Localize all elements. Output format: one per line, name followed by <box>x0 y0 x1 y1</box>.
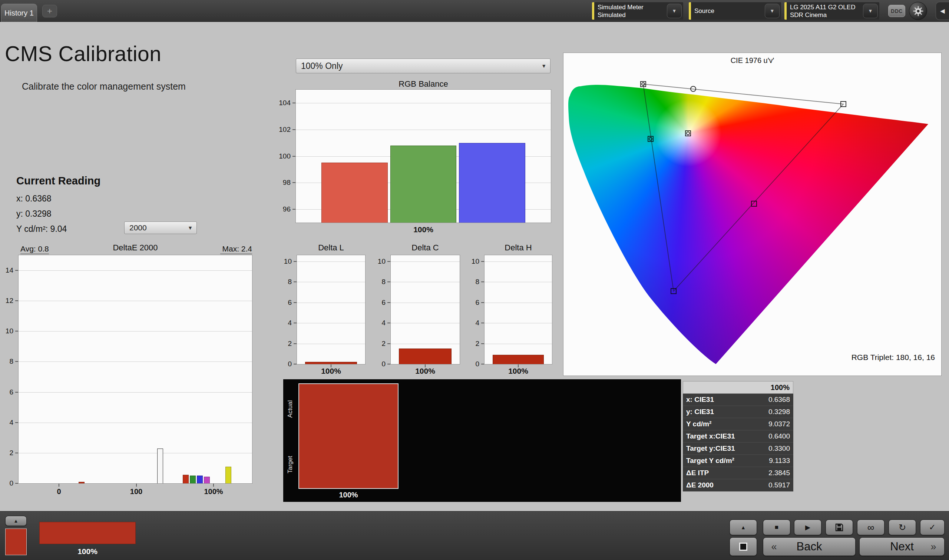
patch-x-label: 100% <box>298 491 398 499</box>
y-axis-tick: 8 <box>288 278 297 286</box>
y-tick-label: 6 <box>381 298 386 307</box>
stop-button[interactable]: ■ <box>763 520 790 535</box>
meter-dropdown-arrow[interactable]: ▼ <box>667 4 682 18</box>
gamut-overlay <box>567 69 938 372</box>
accept-button[interactable]: ✓ <box>920 520 944 535</box>
table-row: Target y:CIE310.3300 <box>683 443 793 455</box>
y-axis-tick: 14 <box>6 266 19 274</box>
y-tick-mark <box>15 422 18 423</box>
meter-dropdown[interactable]: Simulated Meter Simulated ▼ <box>592 2 683 20</box>
rgb-balance-chart: 9698100102104 <box>295 89 551 223</box>
y-axis-tick: 0 <box>475 360 485 368</box>
delta-l-x-label: 100% <box>296 367 366 375</box>
y-axis-tick: 6 <box>288 298 297 307</box>
double-chevron-left-icon: « <box>769 541 779 552</box>
gridline <box>485 282 552 282</box>
page-title: CMS Calibration <box>5 42 161 66</box>
table-row: Target x:CIE310.6400 <box>683 430 793 443</box>
y-axis-tick: 102 <box>279 126 296 134</box>
ddc-button[interactable]: DDC <box>888 5 905 17</box>
y-tick-mark <box>481 364 484 365</box>
row-label: ΔE 2000 <box>686 481 714 489</box>
chevron-down-icon: ▼ <box>770 8 775 14</box>
bar-blue <box>197 475 203 483</box>
pattern-window-button[interactable] <box>730 537 757 556</box>
row-value: 0.3298 <box>768 408 790 416</box>
refresh-button[interactable]: ↻ <box>889 520 916 535</box>
stop-icon: ■ <box>775 524 778 531</box>
row-label: Target x:CIE31 <box>686 432 735 440</box>
target-level-dropdown[interactable]: 2000 ▼ <box>124 222 197 234</box>
y-axis-tick: 0 <box>381 360 391 368</box>
y-tick-label: 8 <box>9 357 13 366</box>
row-value: 0.6400 <box>768 432 790 440</box>
y-axis-tick: 4 <box>475 319 485 327</box>
pattern-list-up-button[interactable]: ▲ <box>5 516 27 526</box>
next-button[interactable]: Next » <box>859 537 944 556</box>
y-tick-label: 0 <box>9 479 13 488</box>
gridline <box>297 344 365 344</box>
cie-chromaticity-diagram: RGB Triplet: 180, 16, 16 <box>567 69 938 372</box>
source-dropdown[interactable]: Source ▼ <box>689 2 781 20</box>
y-tick-label: 2 <box>288 340 292 348</box>
top-bar: History 1 + Simulated Meter Simulated ▼ … <box>0 0 949 22</box>
y-tick-label: 96 <box>283 205 291 213</box>
controls-up-button[interactable]: ▲ <box>730 520 757 535</box>
pattern-swatch-current[interactable] <box>39 522 136 544</box>
y-tick-label: 98 <box>283 178 291 187</box>
y-axis-tick: 8 <box>475 278 485 286</box>
gridline <box>296 103 551 103</box>
y-tick-mark <box>15 361 18 362</box>
bottom-bar: ▲ 100% ▲ ■ ▶ ∞ ↻ ✓ « Back Next » <box>0 511 949 560</box>
cie-marker-measured-point <box>751 201 757 207</box>
y-tick-mark <box>387 364 390 365</box>
continuous-measure-button[interactable]: ∞ <box>857 520 884 535</box>
y-tick-mark <box>387 323 390 323</box>
row-value: 0.3300 <box>768 445 790 452</box>
y-tick-mark <box>387 343 390 344</box>
display-dropdown[interactable]: LG 2025 A11 G2 OLED SDR Cinema ▼ <box>784 2 879 20</box>
levels-filter-dropdown[interactable]: 100% Only ▼ <box>296 58 551 73</box>
table-row: ΔE ITP2.3845 <box>683 467 793 479</box>
y-tick-label: 8 <box>288 278 292 286</box>
chevron-down-icon: ▼ <box>541 63 546 69</box>
y-axis-tick: 98 <box>283 178 296 187</box>
delta-c-chart: 0246810 <box>390 255 460 365</box>
x-tick-label: 0 <box>57 488 61 496</box>
current-reading-y: y: 0.3298 <box>16 209 51 219</box>
y-tick-label: 6 <box>288 298 292 307</box>
tab-history-1[interactable]: History 1 <box>1 4 37 22</box>
display-dropdown-arrow[interactable]: ▼ <box>863 4 878 18</box>
row-value: 0.5917 <box>768 481 790 489</box>
row-label: Target Y cd/m² <box>686 457 735 465</box>
gridline <box>297 323 365 323</box>
target-level-value: 2000 <box>130 223 147 232</box>
y-axis-tick: 0 <box>288 360 297 368</box>
back-button[interactable]: « Back <box>763 537 856 556</box>
y-tick-mark <box>293 209 295 210</box>
settings-button[interactable] <box>909 2 927 20</box>
arrow-up-icon: ▲ <box>741 525 746 530</box>
bar-green <box>390 146 457 223</box>
deltae-max-stat: Max: 2.4 <box>220 245 252 254</box>
play-button[interactable]: ▶ <box>794 520 821 535</box>
save-button[interactable] <box>826 520 853 535</box>
source-dropdown-arrow[interactable]: ▼ <box>765 4 779 18</box>
y-tick-mark <box>481 323 484 323</box>
y-tick-mark <box>481 282 484 282</box>
cie-marker-blue-primary <box>671 288 676 294</box>
y-tick-label: 10 <box>6 327 13 335</box>
chevron-down-icon: ▼ <box>868 8 873 14</box>
y-tick-mark <box>387 261 390 262</box>
gridline <box>19 392 252 392</box>
save-icon <box>835 523 844 532</box>
target-axis-label: Target <box>286 446 294 483</box>
y-tick-label: 10 <box>472 257 479 266</box>
cie-diagram-panel: CIE 1976 u'v' RGB Triplet: 180, 16, 16 <box>563 52 941 376</box>
add-tab-button[interactable]: + <box>42 5 57 17</box>
pattern-swatch-small[interactable] <box>5 529 27 555</box>
gridline <box>391 344 460 344</box>
collapse-panel-button[interactable]: ◀ <box>936 2 949 20</box>
y-tick-label: 4 <box>9 418 13 427</box>
y-tick-mark <box>387 282 390 282</box>
